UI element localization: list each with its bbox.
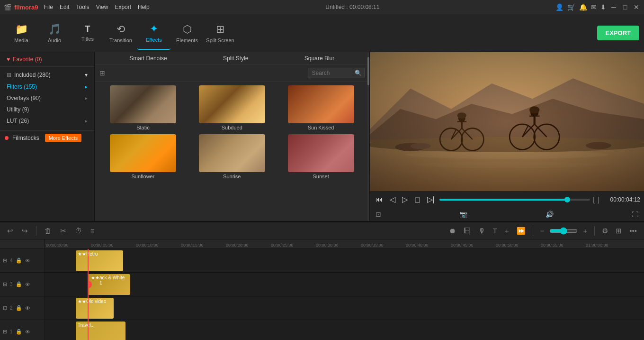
square-blur-label: Square Blur [304,55,334,62]
grid-view-icon[interactable]: ⊞ [99,69,105,77]
clip-travel[interactable]: Travel... [76,322,125,340]
tool-media[interactable]: 📁 Media [5,17,38,50]
tool-titles[interactable]: T Titles [71,17,104,50]
eye-icon4[interactable]: 👁 [25,258,30,264]
favorite-label: Favorite (0) [13,56,42,63]
zoom-in-button[interactable]: + [581,225,590,236]
record-button[interactable]: ⏺ [447,225,458,236]
next-frame-button[interactable]: ▷| [425,194,437,205]
progress-bar[interactable] [439,199,590,201]
effect-sunkissed[interactable]: Sun Kissed [277,85,366,130]
effect-static-label: Static [136,125,150,130]
zoom-slider[interactable] [549,227,578,235]
effect-sunflower-label: Sunflower [131,174,154,179]
menu-help[interactable]: Help [138,4,150,10]
bell-icon[interactable]: 🔔 [579,3,587,11]
tool-effects[interactable]: ✦ Effects [137,17,170,50]
effect-subdued[interactable]: Subdued [188,85,277,130]
timeline-content: ★ Retro ✕ ★ ack & White 1 ★ [45,249,644,340]
pip-button[interactable]: ⊡ [374,210,383,219]
speed-button[interactable]: ⏩ [514,225,528,237]
eye-icon1[interactable]: 👁 [25,329,30,335]
tool-audio[interactable]: 🎵 Audio [38,17,71,50]
add-media-button[interactable]: 🎞 [461,225,473,236]
user-icon[interactable]: 👤 [555,3,564,11]
zoom-out-button[interactable]: − [538,225,547,236]
adjust-button[interactable]: ≡ [88,225,97,236]
export-button[interactable]: EXPORT [597,26,639,40]
track-label-4: ⊞ 4 🔒 👁 [0,249,45,273]
effect-sunset[interactable]: Sunset [277,134,366,179]
tool-transition-label: Transition [109,37,132,43]
mail-icon[interactable]: ✉ [591,3,597,11]
timeline-right-tools: ⏺ 🎞 🎙 T + ⏩ − + ⚙ ⊞ ••• [447,225,639,237]
lock-icon3[interactable]: 🔒 [16,281,22,287]
lock-icon2[interactable]: 🔒 [16,305,22,311]
tool-splitscreen[interactable]: ⊞ Split Screen [204,17,237,50]
menu-file[interactable]: File [44,4,53,10]
included-label: Included (280) [14,72,51,78]
sidebar-utility[interactable]: Utility (9) [0,104,94,115]
effect-static[interactable]: Static [98,85,188,130]
grid-button[interactable]: ⊞ [613,225,624,237]
delete-button[interactable]: 🗑 [42,225,54,236]
more-button[interactable]: ••• [627,225,639,236]
favorite-bar[interactable]: ♥ Favorite (0) [0,52,94,67]
tool-media-label: Media [14,37,28,43]
menu-tools[interactable]: Tools [76,4,89,10]
clip-oldvideo[interactable]: ★ Old video [76,298,114,319]
playhead[interactable] [88,249,89,340]
eye-icon3[interactable]: 👁 [25,282,30,287]
search-input[interactable] [312,70,355,76]
redo-button[interactable]: ↪ [19,225,30,237]
heart-icon: ♥ [7,56,10,63]
menu-export[interactable]: Export [115,4,131,10]
mark-in-icon[interactable]: [ [593,196,595,203]
cart-icon[interactable]: 🛒 [567,3,575,11]
tool-transition[interactable]: ⟲ Transition [104,17,137,50]
mark-out-icon[interactable]: ] [598,196,599,203]
more-effects-button[interactable]: More Effects [45,134,82,142]
scroll-thumb[interactable] [367,57,369,85]
cut-button[interactable]: ✂ [58,225,69,237]
undo-button[interactable]: ↩ [5,225,16,237]
volume-button[interactable]: 🔊 [544,210,555,219]
sidebar-lut[interactable]: LUT (26) ▸ [0,115,94,127]
window-title: Untitled : 00:00:08:11 [325,4,379,10]
timer-button[interactable]: ⏱ [72,225,84,236]
sidebar-overlays[interactable]: Overlays (90) ▸ [0,92,94,104]
separator1 [36,226,36,236]
menu-edit[interactable]: Edit [60,4,70,10]
progress-thumb[interactable] [564,197,570,202]
ruler-15: 00:00:15:00 [180,243,225,248]
timeline-toolbar: ↩ ↪ 🗑 ✂ ⏱ ≡ ⏺ 🎞 🎙 T + ⏩ − + ⚙ ⊞ ••• [0,222,644,239]
eye-icon2[interactable]: 👁 [25,305,30,311]
stop-button[interactable]: ◻ [412,194,422,205]
sidebar-filters[interactable]: Filters (155) ▸ [0,81,94,92]
search-box[interactable]: 🔍 [308,68,365,78]
download-icon[interactable]: ⬇ [600,3,606,11]
effect-sunflower[interactable]: Sunflower [98,134,188,179]
minimize-button[interactable]: ─ [610,3,617,11]
effect-sunrise[interactable]: Sunrise [188,134,277,179]
add-effect-button[interactable]: + [502,225,511,236]
close-button[interactable]: ✕ [633,3,640,11]
clip-retro[interactable]: ★ Retro [76,250,123,271]
settings-button[interactable]: ⚙ [599,225,610,237]
lock-icon4[interactable]: 🔒 [16,257,22,264]
fullscreen-button[interactable]: ⛶ [630,210,640,219]
track-num2: 2 [10,305,13,311]
sidebar-included[interactable]: ⊞ Included (280) ▾ [0,69,94,81]
tool-elements[interactable]: ⬡ Elements [170,17,204,50]
add-audio-button[interactable]: 🎙 [476,225,488,236]
skip-back-button[interactable]: ⏮ [374,194,385,205]
lock-icon1[interactable]: 🔒 [16,329,22,335]
prev-frame-button[interactable]: ◁ [388,194,397,205]
maximize-button[interactable]: □ [621,3,629,11]
menu-view[interactable]: View [96,4,108,10]
clip-bw[interactable]: ✕ ★ ack & White 1 [88,274,130,295]
track-grid-icon1: ⊞ [3,329,7,335]
play-button[interactable]: ▷ [400,194,410,205]
snapshot-button[interactable]: 📷 [457,210,469,219]
add-title-button[interactable]: T [491,225,500,236]
